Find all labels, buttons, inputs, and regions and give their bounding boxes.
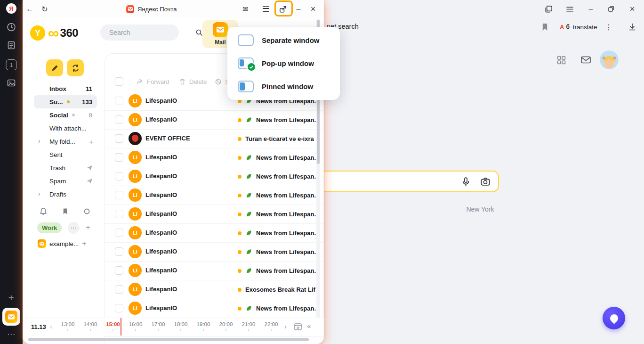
folder-item[interactable]: › My fold... + <box>34 135 97 148</box>
browser-minimize-button[interactable]: – <box>584 2 597 16</box>
folder-item[interactable]: Sent <box>34 148 97 161</box>
email-row[interactable]: LI LifespanIO News from Lifespan. <box>105 186 323 205</box>
dock-more-button[interactable]: ⋯ <box>7 329 16 339</box>
refresh-button[interactable] <box>67 59 84 76</box>
folder-count: 133 <box>82 98 92 106</box>
mail-app-dock-icon[interactable] <box>2 308 20 326</box>
row-checkbox[interactable] <box>115 191 123 199</box>
voice-search-icon[interactable] <box>461 177 471 187</box>
folder-item[interactable]: Inbox 11 <box>34 82 97 95</box>
row-checkbox[interactable] <box>115 229 123 237</box>
empty-folder-icon[interactable] <box>86 164 93 171</box>
yandex-logo-icon[interactable]: Я <box>6 3 16 14</box>
image-search-icon[interactable] <box>480 177 491 187</box>
apps-grid-icon[interactable] <box>555 53 568 66</box>
tab-groups-icon[interactable] <box>542 2 555 16</box>
leaf-icon <box>245 116 252 123</box>
add-label-button[interactable]: + <box>86 223 90 232</box>
translate-button[interactable]: Aб translate <box>556 20 601 33</box>
timeline-prev-icon[interactable]: ‹ <box>50 322 52 330</box>
folder-item[interactable]: Social 8 <box>34 108 97 122</box>
row-checkbox[interactable] <box>115 304 123 312</box>
email-row[interactable]: LI LifespanIO News from Lifespan. <box>105 167 323 186</box>
popup-titlebar: ← ↻ Яндекс Почта ✉ – × <box>23 0 324 18</box>
row-checkbox[interactable] <box>115 134 123 143</box>
back-button[interactable]: ← <box>23 2 36 16</box>
labels-more-button[interactable]: ⋯ <box>68 222 80 234</box>
folder-item[interactable]: Su... 133 <box>34 95 97 108</box>
email-row[interactable]: LI LifespanIO News from Lifespan. <box>105 299 323 318</box>
mail-search-field[interactable] <box>100 25 179 41</box>
row-checkbox[interactable] <box>115 97 123 105</box>
reload-button[interactable]: ↻ <box>38 2 51 16</box>
popup-minimize-button[interactable]: – <box>292 2 305 16</box>
chevron-right-icon[interactable]: › <box>38 190 40 197</box>
y360-logo[interactable]: Y ∞ 360 <box>30 25 78 41</box>
subject-text: News from Lifespan. <box>256 154 316 161</box>
forward-button[interactable]: Forward <box>137 75 169 88</box>
add-account-button[interactable]: + <box>82 239 91 248</box>
dock-add-button[interactable]: + <box>8 292 14 303</box>
menu-item[interactable]: Pinned window <box>227 75 340 98</box>
window-mode-button[interactable] <box>276 2 290 16</box>
titlebar-menu-icon[interactable] <box>259 2 273 16</box>
folder-item[interactable]: Trash <box>34 161 97 174</box>
folder-item[interactable]: › Drafts <box>34 188 97 201</box>
browser-restore-button[interactable] <box>604 2 618 16</box>
reminders-bell-icon[interactable] <box>37 205 50 218</box>
row-checkbox[interactable] <box>115 266 123 275</box>
row-checkbox[interactable] <box>115 115 123 124</box>
select-all-checkbox[interactable] <box>115 77 123 86</box>
email-row[interactable]: LI LifespanIO News from Lifespan. <box>105 243 323 262</box>
important-bookmark-icon[interactable] <box>58 205 72 218</box>
page-mail-icon[interactable] <box>579 53 592 66</box>
email-row[interactable]: EVENT OFFICE Turan e-ticarət və e-ixra <box>105 130 323 148</box>
label-work[interactable]: Work <box>37 222 62 233</box>
row-checkbox[interactable] <box>115 247 123 256</box>
email-row[interactable]: LI LifespanIO News from Lifespan. <box>105 262 323 280</box>
folder-count: 11 <box>86 85 92 92</box>
email-row[interactable]: LI LifespanIO News from Lifespan. <box>105 224 323 243</box>
location-label[interactable]: New York <box>461 205 499 213</box>
account-row[interactable]: example... + <box>38 238 91 250</box>
sender-avatar: LI <box>129 302 142 315</box>
browser-close-button[interactable]: × <box>626 2 639 16</box>
email-row[interactable]: LI LifespanIO News from Lifespan. <box>105 205 323 224</box>
tab-counter-icon[interactable]: 1 <box>6 59 17 70</box>
email-row[interactable]: LI LifespanIO Exosomes Break Rat Lif <box>105 280 323 299</box>
gallery-icon[interactable] <box>7 78 16 88</box>
menu-item[interactable]: Separate window <box>227 29 340 52</box>
toolbar-more-icon[interactable]: ⋮ <box>603 20 614 33</box>
row-checkbox[interactable] <box>115 210 123 218</box>
history-clock-icon[interactable] <box>7 22 16 32</box>
row-checkbox[interactable] <box>115 153 123 162</box>
row-checkbox[interactable] <box>115 172 123 180</box>
compose-button[interactable] <box>46 59 63 76</box>
horizontal-scrollbar[interactable] <box>28 338 309 341</box>
timeline-hour: 16:00 <box>124 321 147 331</box>
timeline-next-icon[interactable]: › <box>284 322 287 330</box>
selected-check-icon <box>247 62 256 72</box>
delete-button[interactable]: Delete <box>179 75 207 88</box>
collapse-timeline-icon[interactable]: « <box>307 322 311 330</box>
mail-search-input[interactable] <box>108 28 195 37</box>
row-checkbox[interactable] <box>115 285 123 294</box>
folder-item[interactable]: With attach... <box>34 122 97 135</box>
titlebar-mail-icon[interactable]: ✉ <box>239 2 252 16</box>
browser-menu-icon[interactable] <box>563 2 576 16</box>
alice-assistant-button[interactable] <box>603 307 625 329</box>
empty-folder-icon[interactable] <box>86 178 93 184</box>
bookmark-flag-icon[interactable] <box>538 20 551 33</box>
folder-item[interactable]: Spam <box>34 174 97 188</box>
notes-icon[interactable] <box>7 41 16 50</box>
download-icon[interactable] <box>626 20 639 33</box>
menu-item[interactable]: Pop-up window <box>227 52 340 75</box>
chevron-right-icon[interactable]: › <box>38 137 40 145</box>
email-row[interactable]: LI LifespanIO News from Lifespan. <box>105 111 323 130</box>
user-avatar[interactable] <box>600 50 619 69</box>
add-folder-icon[interactable]: + <box>89 138 93 146</box>
new-event-icon[interactable] <box>294 322 302 331</box>
popup-close-button[interactable]: × <box>306 2 320 16</box>
unread-circle-icon[interactable] <box>80 205 93 218</box>
email-row[interactable]: LI LifespanIO News from Lifespan. <box>105 148 323 167</box>
